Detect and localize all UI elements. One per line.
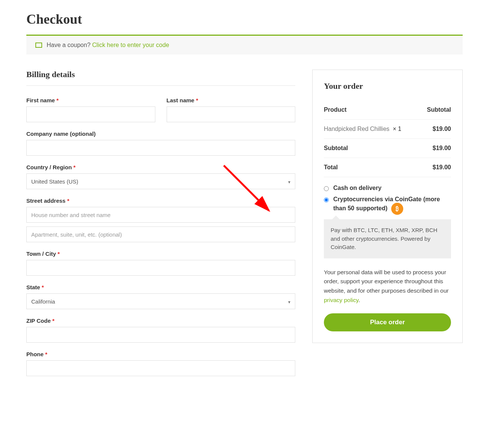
- bitcoin-icon: ₿: [391, 203, 403, 215]
- street-label: Street address *: [26, 197, 295, 204]
- coupon-prompt: Have a coupon?: [47, 42, 92, 48]
- city-label: Town / City *: [26, 251, 295, 257]
- billing-column: Billing details First name * Last name *…: [26, 70, 295, 384]
- first-name-input[interactable]: [26, 106, 155, 122]
- billing-heading: Billing details: [26, 70, 295, 86]
- payment-cod-label: Cash on delivery: [333, 185, 381, 191]
- first-name-label: First name *: [26, 97, 155, 103]
- country-label: Country / Region *: [26, 164, 295, 170]
- payment-crypto-label: Cryptocurrencies via CoinGate (more than…: [333, 196, 451, 215]
- payment-crypto-description: Pay with BTC, LTC, ETH, XMR, XRP, BCH an…: [324, 219, 451, 258]
- product-price: $19.00: [421, 120, 451, 139]
- payment-cod-radio[interactable]: [324, 186, 329, 191]
- street-input[interactable]: [26, 207, 295, 223]
- street2-input[interactable]: [26, 226, 295, 242]
- product-name: Handpicked Red Chillies: [324, 126, 389, 132]
- phone-label: Phone *: [26, 351, 295, 357]
- coupon-link[interactable]: Click here to enter your code: [92, 42, 169, 48]
- order-table: Product Subtotal Handpicked Red Chillies…: [324, 100, 451, 177]
- country-select[interactable]: United States (US): [26, 173, 295, 189]
- state-select[interactable]: California: [26, 293, 295, 309]
- company-label: Company name (optional): [26, 131, 295, 137]
- place-order-button[interactable]: Place order: [324, 313, 451, 331]
- page-title: Checkout: [26, 11, 463, 27]
- total-label: Total: [324, 158, 421, 177]
- coupon-text: Have a coupon? Click here to enter your …: [47, 42, 169, 49]
- col-product: Product: [324, 100, 421, 120]
- phone-input[interactable]: [26, 360, 295, 376]
- coupon-icon: [35, 43, 42, 48]
- last-name-label: Last name *: [167, 97, 296, 103]
- subtotal-value: $19.00: [421, 139, 451, 158]
- col-subtotal: Subtotal: [421, 100, 451, 120]
- privacy-policy-link[interactable]: privacy policy: [324, 297, 358, 303]
- payment-crypto-radio[interactable]: [324, 197, 329, 202]
- payment-crypto-option[interactable]: Cryptocurrencies via CoinGate (more than…: [324, 196, 451, 215]
- zip-label: ZIP Code *: [26, 317, 295, 324]
- state-value: California: [31, 298, 55, 305]
- state-label: State *: [26, 284, 295, 290]
- city-input[interactable]: [26, 260, 295, 276]
- last-name-input[interactable]: [167, 106, 296, 122]
- order-heading: Your order: [324, 81, 451, 91]
- company-input[interactable]: [26, 140, 295, 156]
- total-value: $19.00: [421, 158, 451, 177]
- table-row: Handpicked Red Chillies × 1 $19.00: [324, 120, 451, 139]
- subtotal-label: Subtotal: [324, 139, 421, 158]
- zip-input[interactable]: [26, 327, 295, 343]
- coupon-notice: Have a coupon? Click here to enter your …: [26, 35, 463, 55]
- payment-methods: Cash on delivery Cryptocurrencies via Co…: [324, 185, 451, 258]
- privacy-notice: Your personal data will be used to proce…: [324, 268, 451, 305]
- country-value: United States (US): [31, 178, 78, 185]
- order-column: Your order Product Subtotal Handpicked R…: [312, 70, 463, 343]
- chevron-down-icon: [288, 178, 290, 185]
- chevron-down-icon: [288, 298, 290, 305]
- payment-cod-option[interactable]: Cash on delivery: [324, 185, 451, 191]
- product-qty: × 1: [393, 126, 401, 132]
